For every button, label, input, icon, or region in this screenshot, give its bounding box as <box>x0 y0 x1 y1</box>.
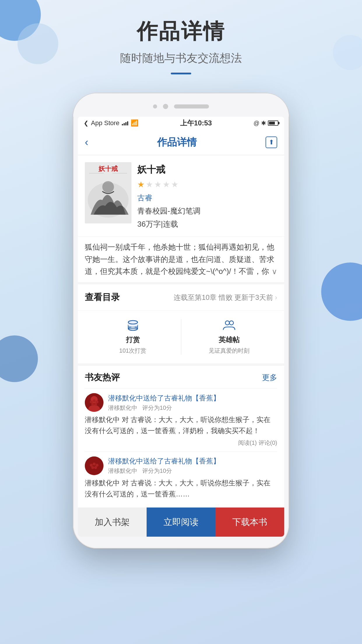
hero-post-button[interactable]: 英雄帖 见证真爱的时刻 <box>181 316 277 358</box>
review-username-2: 潜移默化中 <box>108 468 137 474</box>
book-cover: 妖十戒 <box>85 162 131 223</box>
phone-camera <box>163 104 168 109</box>
review-read-1: 阅读(1) <box>238 440 257 446</box>
star-4: ★ <box>163 180 170 189</box>
phone-sensor <box>153 104 157 108</box>
review-avatar-1 <box>85 393 103 412</box>
phone-speaker <box>174 104 209 108</box>
nav-back-button[interactable]: ‹ <box>85 136 88 148</box>
coins-icon <box>126 319 139 333</box>
review-stats-1: 阅读(1) 评论(0) <box>85 439 277 447</box>
battery-fill <box>269 122 275 125</box>
nav-title: 作品详情 <box>157 136 197 149</box>
book-rating: ★ ★ ★ ★ ★ <box>137 180 277 189</box>
phone-top <box>73 93 289 117</box>
review-header-row-2: 潜移默化中送给了古睿礼物【香蕉】 潜移默化中 评分为10分 <box>85 456 277 475</box>
review-item-2: 潜移默化中送给了古睿礼物【香蕉】 潜移默化中 评分为10分 潜移默化中 对 古睿… <box>85 452 277 507</box>
book-genre: 青春校园-魔幻笔调 <box>137 206 277 216</box>
review-content-1: 潜移默化中 对 古睿说：大大，大大，听说你想生猴子，实在没有什么可送的，送一筐香… <box>85 414 277 437</box>
book-author[interactable]: 古睿 <box>137 193 277 203</box>
reviews-title: 书友热评 <box>85 372 120 384</box>
review-title-1[interactable]: 潜移默化中送给了古睿礼物【香蕉】 <box>108 393 277 403</box>
book-name: 妖十戒 <box>137 163 277 176</box>
svg-point-22 <box>94 403 97 406</box>
review-comment-1: 评论(0) <box>259 440 277 446</box>
catalog-meta: 连载至第10章 惜败 更新于3天前 › <box>174 293 277 302</box>
nav-share-button[interactable]: ⬆ <box>266 136 277 148</box>
star-2: ★ <box>146 180 153 189</box>
book-meta: 36万字|连载 <box>137 219 277 229</box>
review-meta-2: 潜移默化中送给了古睿礼物【香蕉】 潜移默化中 评分为10分 <box>108 456 277 475</box>
header-divider <box>171 73 191 74</box>
review-title-2[interactable]: 潜移默化中送给了古睿礼物【香蕉】 <box>108 456 277 466</box>
svg-point-21 <box>91 403 94 406</box>
bottom-bar: 加入书架 立即阅读 下载本书 <box>78 508 284 537</box>
read-now-button[interactable]: 立即阅读 <box>147 508 215 537</box>
battery-icon <box>268 120 278 126</box>
catalog-arrow-icon: › <box>275 293 277 302</box>
book-info: 妖十戒 ★ ★ ★ ★ ★ 古睿 青春校园-魔幻笔调 36万字|连载 <box>137 162 277 229</box>
review-score-1: 评分为10分 <box>142 405 172 411</box>
hero-post-icon <box>223 319 236 333</box>
svg-point-19 <box>93 399 96 402</box>
book-description-more[interactable]: ∨ <box>272 267 277 276</box>
svg-point-12 <box>128 321 138 324</box>
svg-text:妖十戒: 妖十戒 <box>98 165 118 172</box>
svg-point-2 <box>102 181 114 193</box>
bluetooth-icon: ✱ <box>261 120 266 127</box>
svg-point-14 <box>229 321 233 325</box>
back-arrow-icon: ❮ <box>84 120 89 127</box>
reward-label: 打赏 <box>126 335 140 344</box>
review-content-2: 潜移默化中 对 古睿说：大大，大大，听说你想生猴子，实在没有什么可送的，送一筐香… <box>85 477 277 500</box>
page-header: 作品详情 随时随地与书友交流想法 <box>0 18 362 74</box>
status-right: @ ✱ <box>254 120 278 127</box>
status-bar: ❮ App Store 📶 上午10:53 @ ✱ <box>78 117 284 130</box>
catalog-updated: 更新于3天前 <box>234 293 273 302</box>
review-username-1: 潜移默化中 <box>108 405 137 411</box>
at-icon: @ <box>254 120 259 127</box>
wifi-icon: 📶 <box>131 119 138 127</box>
reviews-section: 书友热评 更多 <box>78 363 284 507</box>
page-title: 作品详情 <box>0 18 362 46</box>
carrier-label: App Store <box>91 119 120 127</box>
nav-bar: ‹ 作品详情 ⬆ <box>78 130 284 155</box>
review-avatar-2 <box>85 456 103 475</box>
svg-point-25 <box>93 463 96 466</box>
star-5: ★ <box>171 180 178 189</box>
review-user-info-2: 潜移默化中 评分为10分 <box>108 468 172 474</box>
phone-mockup: ❮ App Store 📶 上午10:53 @ ✱ ‹ <box>73 93 289 548</box>
bg-decoration-4 <box>321 262 362 321</box>
review-score-2: 评分为10分 <box>142 468 172 474</box>
reviews-more-button[interactable]: 更多 <box>262 372 277 383</box>
page-subtitle: 随时随地与书友交流想法 <box>0 51 362 66</box>
review-meta-1: 潜移默化中送给了古睿礼物【香蕉】 潜移默化中 评分为10分 <box>108 393 277 412</box>
action-buttons: 打赏 101次打赏 英雄帖 见证真爱的时刻 <box>78 310 284 363</box>
review-header-row-1: 潜移默化中送给了古睿礼物【香蕉】 潜移默化中 评分为10分 <box>85 393 277 412</box>
star-3: ★ <box>154 180 161 189</box>
svg-point-13 <box>225 321 229 325</box>
bg-decoration-5 <box>0 335 38 382</box>
svg-point-28 <box>94 466 97 469</box>
catalog-progress: 连载至第10章 惜败 <box>174 293 232 302</box>
star-1: ★ <box>137 180 145 189</box>
review-item-1: 潜移默化中送给了古睿礼物【香蕉】 潜移默化中 评分为10分 潜移默化中 对 古睿… <box>85 388 277 452</box>
status-time: 上午10:53 <box>180 118 212 128</box>
book-cover-art: 妖十戒 <box>85 162 131 223</box>
add-to-shelf-button[interactable]: 加入书架 <box>78 508 147 537</box>
catalog-title: 查看目录 <box>85 291 120 303</box>
svg-point-23 <box>85 456 103 475</box>
book-description-text: 狐仙祠一别成千年，他杀她十世；狐仙祠再遇如初见，他守她一生。这个故事讲的是道，也… <box>85 241 277 276</box>
svg-point-27 <box>91 466 94 469</box>
book-description: 狐仙祠一别成千年，他杀她十世；狐仙祠再遇如初见，他守她一生。这个故事讲的是道，也… <box>78 236 284 282</box>
reward-count: 101次打赏 <box>119 347 146 355</box>
status-left: ❮ App Store 📶 <box>84 119 138 127</box>
review-user-info-1: 潜移默化中 评分为10分 <box>108 405 172 411</box>
book-detail: 妖十戒 妖十戒 ★ ★ ★ ★ ★ 古睿 青春校园-魔幻笔调 <box>78 155 284 236</box>
catalog-section[interactable]: 查看目录 连载至第10章 惜败 更新于3天前 › <box>78 282 284 310</box>
reviews-header: 书友热评 更多 <box>85 372 277 384</box>
phone-screen: ❮ App Store 📶 上午10:53 @ ✱ ‹ <box>78 117 284 537</box>
share-icon: ⬆ <box>269 139 274 146</box>
download-book-button[interactable]: 下载本书 <box>215 508 284 537</box>
reward-button[interactable]: 打赏 101次打赏 <box>85 316 181 358</box>
hero-post-label: 英雄帖 <box>219 335 240 344</box>
